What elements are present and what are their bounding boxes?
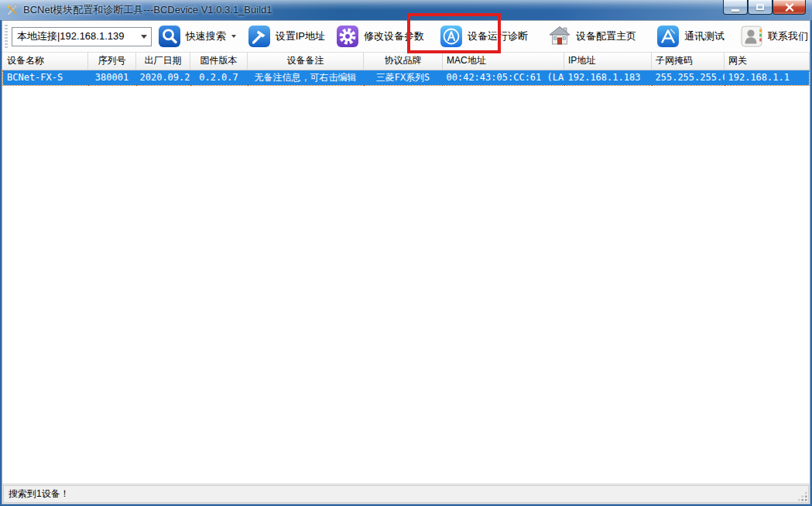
cell-factory-date[interactable]: 2020.09.23 xyxy=(136,70,190,85)
minimize-icon xyxy=(731,9,739,12)
home-icon xyxy=(548,25,571,48)
device-diagnosis-label: 设备运行诊断 xyxy=(468,29,528,43)
toolbar-gripper[interactable] xyxy=(5,25,8,48)
search-dropdown-arrow[interactable] xyxy=(229,28,238,46)
status-text: 搜索到1设备！ xyxy=(9,487,70,501)
maximize-icon xyxy=(756,4,764,10)
device-homepage-label: 设备配置主页 xyxy=(576,29,636,43)
contact-us-label: 联系我们 xyxy=(768,29,808,43)
minimize-button[interactable] xyxy=(723,0,748,15)
device-diagnosis-button[interactable]: 设备运行诊断 xyxy=(438,22,529,50)
column-header-device-name[interactable]: 设备名称 xyxy=(3,53,88,70)
quick-search-label: 快速搜索 xyxy=(186,29,226,43)
combobox-dropdown-zone[interactable] xyxy=(138,28,151,46)
device-row-selected[interactable]: BCNet-FX-S 380001 2020.09.23 0.2.0.7 无备注… xyxy=(3,70,810,85)
close-icon xyxy=(785,3,794,12)
cell-remark[interactable]: 无备注信息，可右击编辑 xyxy=(248,70,364,85)
connection-value: 本地连接|192.168.1.139 xyxy=(17,29,125,43)
cell-mac[interactable]: 00:42:43:05:CC:61 (LAN) xyxy=(443,70,564,85)
column-header-firmware[interactable]: 固件版本 xyxy=(190,53,248,70)
chevron-down-icon xyxy=(141,35,147,39)
client-area: 本地连接|192.168.1.139 快速搜索 xyxy=(2,20,810,504)
toolbar: 本地连接|192.168.1.139 快速搜索 xyxy=(2,21,810,53)
resize-grip-icon[interactable] xyxy=(798,492,808,502)
close-button[interactable] xyxy=(773,0,806,15)
status-panel: 搜索到1设备！ xyxy=(3,485,809,503)
gear-icon xyxy=(336,25,359,48)
modify-params-button[interactable]: 修改设备参数 xyxy=(334,22,426,50)
app-tools-icon xyxy=(656,25,680,48)
table-header-row: 设备名称 序列号 出厂日期 固件版本 设备备注 协议品牌 MAC地址 IP地址 … xyxy=(3,53,810,70)
column-header-gateway[interactable]: 网关 xyxy=(725,53,810,70)
app-window: BCNet模块配置和诊断工具---BCDevice V1.0.3.1_Build… xyxy=(0,0,812,506)
cell-serial[interactable]: 380001 xyxy=(88,70,136,85)
device-list-area: 设备名称 序列号 出厂日期 固件版本 设备备注 协议品牌 MAC地址 IP地址 … xyxy=(2,53,810,484)
app-a-icon xyxy=(440,25,463,48)
connection-combobox[interactable]: 本地连接|192.168.1.139 xyxy=(12,27,152,46)
device-table: 设备名称 序列号 出厂日期 固件版本 设备备注 协议品牌 MAC地址 IP地址 … xyxy=(2,53,810,86)
cell-firmware[interactable]: 0.2.0.7 xyxy=(190,70,248,85)
column-header-remark[interactable]: 设备备注 xyxy=(248,53,364,70)
comm-test-label: 通讯测试 xyxy=(684,29,725,43)
comm-test-button[interactable]: 通讯测试 xyxy=(655,22,726,50)
cell-protocol-brand[interactable]: 三菱FX系列S xyxy=(364,70,443,85)
status-bar: 搜索到1设备！ xyxy=(2,484,810,504)
app-tools-logo-icon xyxy=(6,4,19,16)
column-header-ip[interactable]: IP地址 xyxy=(564,53,652,70)
title-bar: BCNet模块配置和诊断工具---BCDevice V1.0.3.1_Build… xyxy=(0,0,812,20)
contact-card-icon xyxy=(740,25,763,48)
cell-device-name[interactable]: BCNet-FX-S xyxy=(3,70,88,85)
window-controls xyxy=(723,0,806,15)
column-header-mac[interactable]: MAC地址 xyxy=(443,53,564,70)
chevron-down-icon xyxy=(231,35,236,38)
set-ip-button[interactable]: 设置IP地址 xyxy=(246,22,327,50)
device-homepage-button[interactable]: 设备配置主页 xyxy=(546,22,638,50)
contact-us-button[interactable]: 联系我们 xyxy=(738,22,810,50)
cell-ip[interactable]: 192.168.1.183 xyxy=(564,70,652,85)
window-title: BCNet模块配置和诊断工具---BCDevice V1.0.3.1_Build… xyxy=(23,3,272,17)
hammer-icon xyxy=(248,25,271,48)
column-header-protocol-brand[interactable]: 协议品牌 xyxy=(364,53,443,70)
cell-gateway[interactable]: 192.168.1.1 xyxy=(725,70,810,85)
column-header-factory-date[interactable]: 出厂日期 xyxy=(136,53,190,70)
column-header-subnet[interactable]: 子网掩码 xyxy=(652,53,725,70)
search-icon xyxy=(158,25,181,48)
column-header-serial[interactable]: 序列号 xyxy=(88,53,136,70)
modify-params-label: 修改设备参数 xyxy=(364,29,424,43)
cell-subnet[interactable]: 255.255.255.0 xyxy=(652,70,725,85)
set-ip-label: 设置IP地址 xyxy=(276,29,325,43)
maximize-button[interactable] xyxy=(748,0,773,15)
quick-search-button[interactable]: 快速搜索 xyxy=(156,22,228,50)
